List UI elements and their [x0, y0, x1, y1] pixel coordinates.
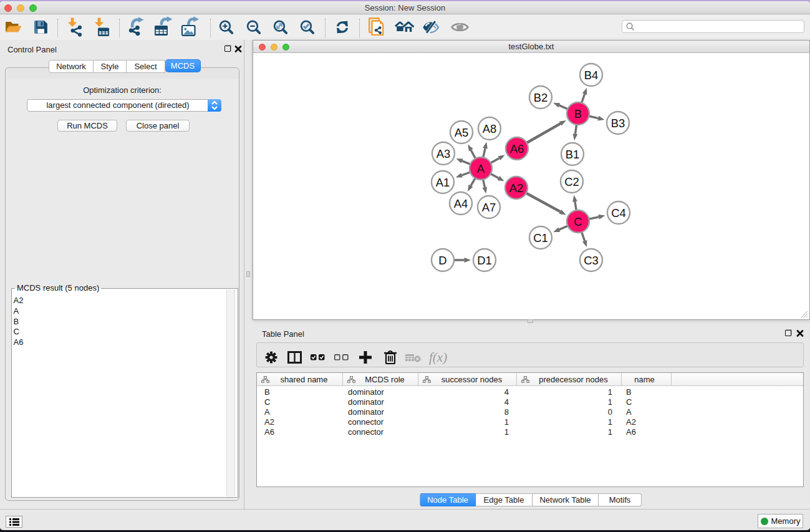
svg-text:A7: A7: [482, 201, 496, 214]
svg-text:B4: B4: [584, 69, 599, 82]
svg-text:C3: C3: [584, 254, 599, 267]
svg-text:B3: B3: [611, 117, 625, 130]
svg-text:A5: A5: [455, 126, 469, 139]
svg-text:B2: B2: [534, 91, 548, 104]
svg-text:A1: A1: [436, 176, 450, 189]
svg-text:A6: A6: [510, 142, 524, 155]
svg-text:D: D: [438, 254, 446, 267]
svg-text:D1: D1: [477, 254, 492, 267]
svg-text:C4: C4: [611, 206, 626, 220]
svg-text:C1: C1: [533, 231, 548, 244]
svg-text:A8: A8: [483, 122, 497, 135]
svg-text:A4: A4: [454, 197, 468, 210]
svg-text:C: C: [574, 215, 582, 228]
svg-text:B: B: [574, 107, 582, 120]
svg-text:B1: B1: [566, 148, 580, 161]
svg-text:A: A: [477, 162, 485, 175]
svg-text:C2: C2: [564, 175, 579, 188]
svg-text:A2: A2: [509, 181, 524, 195]
svg-text:A3: A3: [436, 147, 451, 160]
